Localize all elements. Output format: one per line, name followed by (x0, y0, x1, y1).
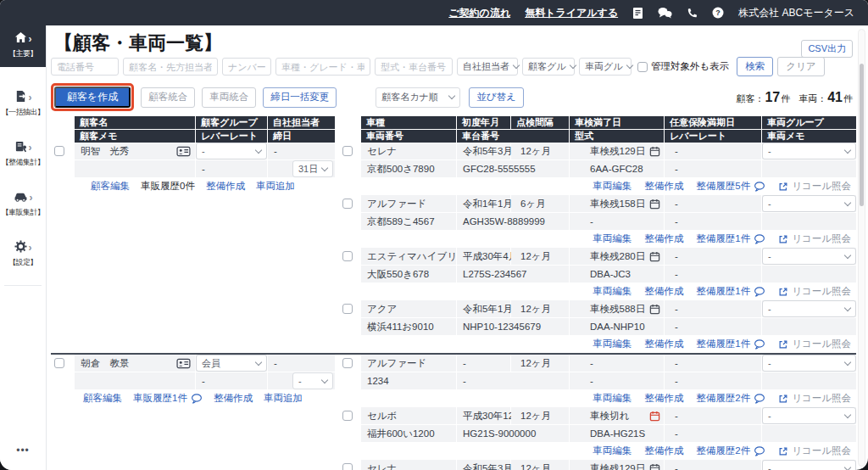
vehicle-chassis-number: NHP10-12345679 (457, 318, 569, 335)
calendar-icon[interactable] (649, 411, 660, 422)
search-button[interactable]: 検索 (737, 57, 773, 76)
closing-date-bulk-button[interactable]: 締日一括変更 (263, 87, 337, 108)
vehicle-add-link[interactable]: 車両追加 (256, 180, 295, 193)
rep-select[interactable]: 自社担当者 (457, 58, 518, 76)
vehicle-model-input[interactable] (275, 58, 370, 76)
sidebar-more-button[interactable]: ••• (0, 445, 46, 470)
vehicle-edit-link[interactable]: 車両編集 (593, 392, 632, 405)
sidebar-item-sales-summary[interactable]: › 【車販集計】 (0, 186, 46, 221)
maintenance-create-link[interactable]: 整備作成 (644, 232, 683, 245)
svg-text:?: ? (715, 8, 721, 17)
vehicle-panel: アルファード-12ヶ月---1234---車両編集整備作成整備履歴2件リコール照… (339, 355, 856, 470)
maintenance-create-link[interactable]: 整備作成 (206, 180, 245, 193)
recall-inquiry-link[interactable]: リコール照会 (778, 392, 851, 405)
merge-customers-button[interactable]: 顧客統合 (141, 87, 195, 108)
sidebar-item-maintenance-summary[interactable]: › 【整備集計】 (0, 136, 46, 171)
customer-vehicle-table: 顧客名 顧客グループ 自社担当者 顧客メモ レバーレート 締日 車種 初度年月 … (51, 116, 856, 470)
merge-vehicles-button[interactable]: 車両統合 (202, 87, 256, 108)
recall-inquiry-link[interactable]: リコール照会 (778, 338, 851, 350)
vehicle-edit-link[interactable]: 車両編集 (593, 180, 632, 193)
vehicle-insurance-expiry: - (665, 355, 761, 372)
maintenance-create-link[interactable]: 整備作成 (644, 338, 683, 350)
id-card-icon[interactable] (176, 146, 191, 157)
vehicle-group-select[interactable]: - (762, 248, 856, 265)
customer-group-select[interactable]: - (196, 143, 267, 159)
recall-inquiry-link[interactable]: リコール照会 (778, 445, 851, 457)
recall-inquiry-link[interactable]: リコール照会 (778, 285, 851, 298)
customer-name-input[interactable] (123, 58, 218, 76)
customer-checkbox[interactable] (54, 358, 64, 368)
sort-button[interactable]: 並び替え (469, 87, 524, 108)
vehicle-add-link[interactable]: 車両追加 (264, 392, 303, 405)
vehicle-group-select[interactable]: - (762, 407, 856, 424)
vehicle-group-select[interactable]: - (762, 300, 856, 317)
maintenance-create-link[interactable]: 整備作成 (644, 392, 683, 405)
vehicle-edit-link[interactable]: 車両編集 (593, 338, 632, 350)
id-card-icon[interactable] (176, 358, 191, 369)
vehicle-group-select[interactable]: 車両グル (579, 58, 632, 76)
closing-day-select[interactable]: 31日 (292, 160, 333, 177)
vehicle-checkbox[interactable] (342, 358, 353, 368)
clear-button[interactable]: クリア (777, 57, 824, 76)
calendar-icon[interactable] (649, 463, 660, 470)
calendar-icon[interactable] (649, 251, 660, 262)
customer-group-select[interactable]: 顧客グル (522, 58, 575, 76)
maintenance-history-link[interactable]: 整備履歴2件 (696, 392, 765, 405)
maintenance-history-link[interactable]: 整備履歴1件 (696, 338, 765, 350)
sidebar-item-main[interactable]: › 【主要】 (0, 25, 46, 67)
free-trial-link[interactable]: 無料トライアルする (525, 6, 618, 20)
vehicle-group-select[interactable]: - (762, 143, 856, 159)
vehicle-edit-link[interactable]: 車両編集 (593, 232, 632, 245)
recall-inquiry-link[interactable]: リコール照会 (778, 232, 851, 245)
sort-order-select[interactable]: 顧客名カナ順 (376, 87, 460, 108)
maintenance-history-link[interactable]: 整備履歴2件 (696, 445, 765, 457)
closing-day-select[interactable]: - (292, 372, 333, 389)
vehicle-checkbox[interactable] (342, 251, 353, 261)
show-unmanaged-checkbox[interactable]: 管理対象外も表示 (637, 60, 729, 73)
vehicle-group-select[interactable]: - (762, 355, 856, 372)
sidebar-item-batch-extract[interactable]: › 【一括抽出】 (0, 86, 46, 121)
vehicle-group-select[interactable]: - (762, 460, 856, 470)
vehicle-checkbox[interactable] (342, 146, 353, 156)
scrollbar-thumb[interactable] (860, 64, 864, 206)
csv-export-button[interactable]: CSV出力 (801, 40, 853, 58)
phone-icon[interactable] (687, 8, 698, 19)
help-icon[interactable]: ? (712, 7, 724, 19)
sales-history-link[interactable]: 車販履歴1件 (133, 392, 203, 405)
maintenance-history-link[interactable]: 整備履歴1件 (696, 232, 765, 245)
chassis-number-input[interactable] (375, 58, 453, 76)
chevron-right-icon: › (29, 143, 32, 152)
maintenance-create-link[interactable]: 整備作成 (214, 392, 253, 405)
customer-edit-link[interactable]: 顧客編集 (91, 180, 130, 193)
vehicle-checkbox[interactable] (342, 463, 353, 470)
plate-number-input[interactable] (222, 58, 271, 76)
customer-group-select[interactable]: 会員 (196, 355, 267, 372)
vehicle-links: 車両編集整備作成整備履歴5件リコール照会 (339, 177, 856, 195)
invoice-icon[interactable] (632, 7, 643, 20)
customer-edit-link[interactable]: 顧客編集 (83, 392, 122, 405)
phone-number-input[interactable] (51, 58, 119, 76)
scrollbar[interactable] (858, 29, 865, 467)
customer-checkbox[interactable] (54, 146, 64, 156)
vehicle-checkbox[interactable] (342, 411, 353, 421)
sidebar-item-settings[interactable]: › 【設定】 (0, 236, 46, 271)
maintenance-create-link[interactable]: 整備作成 (644, 445, 683, 457)
vehicle-first-registration: 平成30年4月 (457, 248, 510, 265)
vehicle-group-select[interactable]: - (762, 195, 856, 212)
contract-flow-link[interactable]: ご契約の流れ (448, 6, 510, 20)
calendar-icon[interactable] (649, 199, 660, 210)
maintenance-history-link[interactable]: 整備履歴1件 (696, 285, 765, 298)
vehicle-checkbox[interactable] (342, 304, 353, 314)
calendar-icon[interactable] (649, 304, 660, 315)
vehicle-edit-link[interactable]: 車両編集 (593, 285, 632, 298)
chevron-down-icon (844, 358, 851, 365)
calendar-icon[interactable] (649, 146, 660, 157)
vehicle-edit-link[interactable]: 車両編集 (593, 445, 632, 457)
maintenance-history-link[interactable]: 整備履歴5件 (696, 180, 765, 193)
chat-icon[interactable] (658, 7, 672, 19)
maintenance-create-link[interactable]: 整備作成 (644, 285, 683, 298)
create-customer-button[interactable]: 顧客を作成 (54, 87, 131, 108)
vehicle-checkbox[interactable] (342, 199, 353, 209)
maintenance-create-link[interactable]: 整備作成 (644, 180, 683, 193)
recall-inquiry-link[interactable]: リコール照会 (778, 180, 851, 193)
